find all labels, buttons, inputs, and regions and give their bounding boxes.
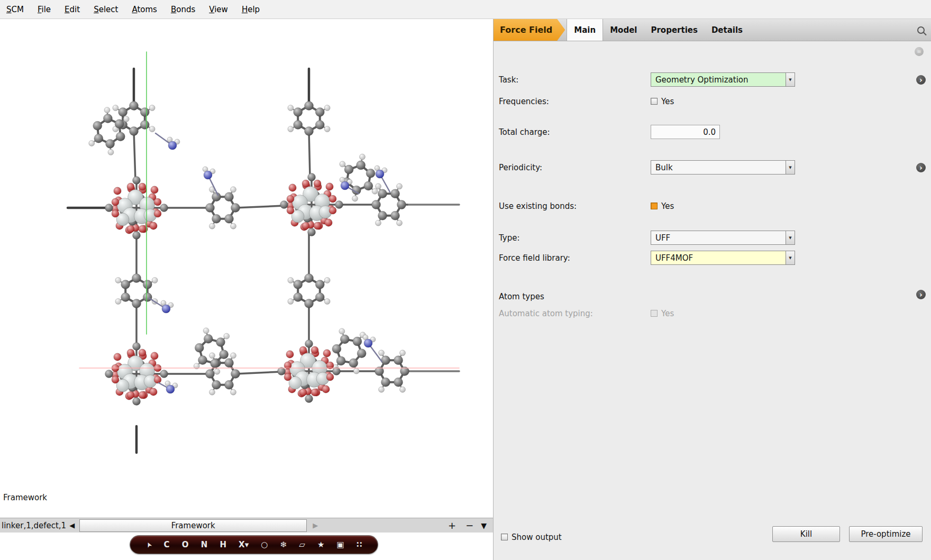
periodicity-detail-button[interactable]: › [916,163,926,172]
task-select[interactable]: Geometry Optimization ▼ [651,72,795,87]
dropdown-arrow-icon: ▼ [786,161,795,174]
menu-select[interactable]: Select [94,5,118,14]
molecule-viewer[interactable] [0,19,493,518]
preoptimize-button[interactable]: Pre-optimize [849,526,923,542]
use-existing-bonds-label: Use existing bonds: [499,201,577,211]
atom-types-label: Atom types [499,292,544,301]
automatic-atom-typing-label: Automatic atom typing: [499,309,593,318]
tab-main[interactable]: Main [567,19,603,41]
dropdown-arrow-icon: ▼ [786,231,795,244]
type-value: UFF [651,233,786,243]
nitrogen-tool[interactable]: N [201,541,208,549]
frame-selector[interactable]: Framework [79,519,307,532]
tool-strip: ➤CONHX▾○❄▱★▣∷ [0,533,493,560]
hydrogen-tool[interactable]: H [220,541,226,549]
zoom-in-icon[interactable]: + [448,520,456,531]
panel-menu-button[interactable]: ≡ [915,47,924,56]
tab-model[interactable]: Model [603,19,644,41]
atom-types-detail-button[interactable]: › [916,290,926,299]
favorites-icon[interactable]: ★ [317,541,324,549]
prev-frame-icon[interactable]: ◀ [69,521,75,529]
plane-tool-icon[interactable]: ▱ [299,541,305,549]
carbon-tool[interactable]: C [164,541,170,549]
periodicity-row: Periodicity: Bulk ▼ [494,160,931,175]
frequencies-checkbox[interactable] [651,98,658,105]
frame-sequence-label: linker,1,defect,1 [0,521,67,530]
menu-bonds[interactable]: Bonds [171,5,195,14]
atom-toolbar: ➤CONHX▾○❄▱★▣∷ [130,535,378,554]
tab-strip: MainModelPropertiesDetails [567,19,750,41]
menu-view[interactable]: View [209,5,228,14]
frequencies-yes-label: Yes [661,97,674,106]
input-panel: Force Field MainModelPropertiesDetails ≡… [493,19,931,560]
cell-tool-icon[interactable]: ▣ [337,541,344,549]
type-label: Type: [499,233,520,243]
automatic-atom-typing-row: Automatic atom typing: Yes [494,306,931,320]
periodicity-select[interactable]: Bulk ▼ [651,160,795,175]
dropdown-arrow-icon: ▼ [786,73,795,86]
force-field-app-tab[interactable]: Force Field [494,19,565,41]
fragments-tool-icon[interactable]: ∷ [357,541,362,549]
menu-atoms[interactable]: Atoms [132,5,157,14]
type-select[interactable]: UFF ▼ [651,231,795,245]
next-frame-icon[interactable]: ▶ [313,521,318,529]
zoom-out-icon[interactable]: − [465,520,473,531]
tab-properties[interactable]: Properties [644,19,704,41]
menu-file[interactable]: File [38,5,51,14]
type-row: Type: UFF ▼ [494,231,931,245]
tab-bar: Force Field MainModelPropertiesDetails [494,19,931,41]
viewer-menu-icon[interactable]: ▼ [481,521,487,530]
atom-types-row: Atom types [494,289,931,304]
frequencies-label: Frequencies: [499,97,549,106]
oxygen-tool[interactable]: O [182,541,189,549]
total-charge-row: Total charge: [494,125,931,139]
force-field-library-select[interactable]: UFF4MOF ▼ [651,251,795,265]
force-field-library-row: Force field library: UFF4MOF ▼ [494,251,931,265]
menu-scm[interactable]: SCM [6,5,24,14]
periodicity-label: Periodicity: [499,163,542,172]
task-row: Task: Geometry Optimization ▼ [494,72,931,87]
structure-tool-icon[interactable]: ❄ [280,541,287,549]
dropdown-arrow-icon: ▼ [786,251,795,264]
show-output-label: Show output [512,533,562,542]
task-detail-button[interactable]: › [916,75,926,85]
task-label: Task: [499,75,518,85]
use-existing-bonds-row: Use existing bonds: Yes [494,199,931,213]
tab-details[interactable]: Details [705,19,750,41]
ring-tool-icon[interactable]: ○ [261,541,268,549]
force-field-library-label: Force field library: [499,253,570,263]
automatic-atom-typing-yes-label: Yes [661,309,674,318]
total-charge-input[interactable] [651,125,720,139]
total-charge-label: Total charge: [499,127,550,137]
pointer-tool-icon[interactable]: ➤ [144,540,153,548]
menu-help[interactable]: Help [242,5,260,14]
task-value: Geometry Optimization [651,75,786,85]
framework-caption: Framework [3,493,47,502]
search-icon[interactable] [917,26,925,34]
force-field-library-value: UFF4MOF [651,253,786,263]
kill-button[interactable]: Kill [772,526,840,542]
frame-bar: linker,1,defect,1 ◀ Framework ▶ + − ▼ [0,518,493,533]
element-picker-tool[interactable]: X▾ [239,541,249,549]
periodicity-value: Bulk [651,163,786,172]
use-existing-bonds-checkbox[interactable] [651,203,658,209]
show-output-checkbox[interactable] [501,534,508,540]
viewer-column: Framework linker,1,defect,1 ◀ Framework … [0,19,493,560]
automatic-atom-typing-checkbox [651,310,658,317]
frame-selector-value: Framework [171,521,215,530]
menu-edit[interactable]: Edit [65,5,80,14]
use-existing-bonds-yes-label: Yes [661,201,674,211]
menu-bar: SCMFileEditSelectAtomsBondsViewHelp [0,0,931,19]
frequencies-row: Frequencies: Yes [494,94,931,108]
